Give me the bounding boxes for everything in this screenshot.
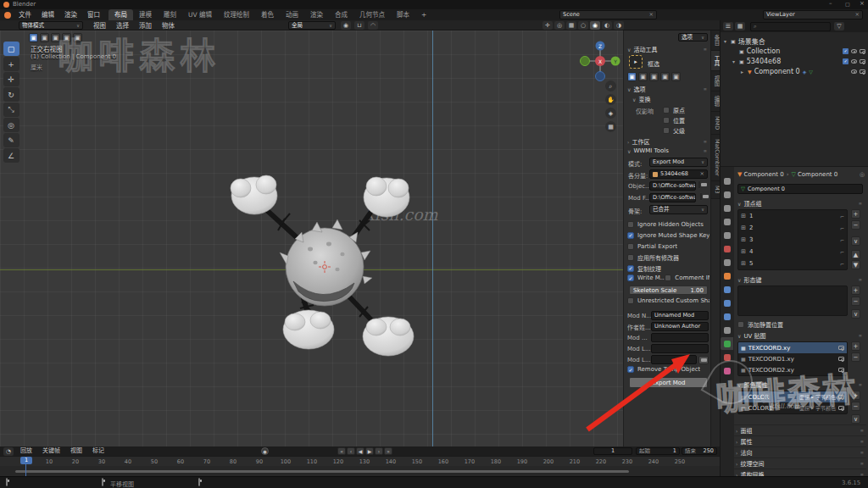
sk-specials-button[interactable]: ∨ [851, 309, 860, 319]
section-workspace[interactable]: ›工作区≡ [626, 137, 709, 146]
color-remove-button[interactable]: − [851, 402, 860, 411]
workspace-tab[interactable]: 纹理绘制 [218, 9, 255, 20]
color-specials-button[interactable]: ∨ [851, 414, 860, 424]
select-mode-invert[interactable]: ▣ [660, 72, 670, 81]
lock-icon[interactable]: ⌐ [840, 249, 844, 255]
playback-2[interactable]: ◀ [356, 447, 364, 455]
workspace-tab[interactable]: 脚本 [391, 9, 415, 20]
pan-button[interactable]: ✋ [605, 94, 616, 105]
viewport-menu-添加[interactable]: 添加 [134, 20, 157, 31]
timeline-ruler[interactable]: 1020304050607080901001101201301401501601… [0, 456, 720, 466]
playback-3[interactable]: ▶ [365, 447, 374, 455]
tool-tab[interactable] [721, 175, 733, 187]
object-tab[interactable] [721, 269, 733, 282]
frame-start-field[interactable]: 起始1 [636, 447, 680, 455]
select-mode-set[interactable]: ▣ [627, 72, 637, 81]
shading-wireframe-icon[interactable]: ○ [578, 21, 588, 30]
snap-magnet-icon[interactable]: ⊔ [354, 21, 364, 30]
render-camera-icon[interactable] [860, 59, 865, 64]
close-button[interactable]: × [860, 0, 865, 7]
minimize-button[interactable]: – [829, 0, 832, 7]
section-vertex-groups[interactable]: ∨顶点组≡ [736, 199, 865, 208]
vg-move-up-button[interactable]: ▲ [851, 250, 860, 259]
shading-solid-icon[interactable]: ◉ [590, 21, 600, 30]
collapsed-section-面组[interactable]: ›面组≡ [734, 424, 866, 435]
wwmi-mode-dropdown[interactable]: Export Mod∨ [649, 158, 708, 167]
constraints-tab[interactable] [721, 324, 733, 336]
playback-4[interactable]: › [375, 447, 383, 455]
affect-父级-checkbox[interactable] [663, 127, 670, 134]
active-render-icon[interactable] [838, 357, 844, 361]
expander-icon[interactable]: ▸ [741, 69, 748, 75]
outliner-row[interactable]: ▾▣场景集合 [721, 36, 868, 46]
xray-toggle-icon[interactable]: ▦ [566, 21, 576, 30]
section-shape-keys[interactable]: ∨形态键≡ [736, 275, 865, 284]
active-render-icon[interactable] [838, 346, 844, 350]
expander-icon[interactable]: ▾ [724, 38, 731, 44]
particles-tab[interactable] [721, 297, 733, 309]
skeleton-scale-slider[interactable]: Skeleton Scale1.00 [629, 286, 708, 295]
current-frame-marker[interactable]: 1 [20, 457, 32, 464]
active-tool-icon[interactable]: ▸ [629, 55, 643, 69]
vertex-group-row[interactable]: ⊞2⌐ [738, 222, 847, 234]
uv-maps-list[interactable]: ▦TEXCOORD.xy▦TEXCOORD1.xy▦TEXCOORD2.xy [737, 341, 848, 376]
collapsed-section-属性[interactable]: ›属性≡ [734, 435, 866, 446]
outliner-row[interactable]: ▣Collection✓ [721, 46, 868, 56]
vertex-group-row[interactable]: ⊞5⌐ [738, 258, 847, 269]
vertex-group-row[interactable]: ⊞4⌐ [738, 246, 847, 258]
workspace-tab[interactable]: 合成 [329, 9, 353, 20]
select-mode-subtract[interactable]: ▣ [649, 72, 659, 81]
blender-menu-icon[interactable] [4, 12, 11, 19]
outliner-row[interactable]: ▸▼Component 0◈▽ [721, 66, 868, 76]
sk-remove-button[interactable]: − [851, 297, 860, 306]
vertex-group-row[interactable]: ⊞3⌐ [738, 234, 847, 246]
zoom-button[interactable]: ⌕ [605, 80, 616, 92]
funnel-icon[interactable]: ▽ [834, 22, 844, 30]
viewport-menu-选择[interactable]: 选择 [111, 20, 134, 31]
select-mode-extend[interactable]: ▣ [638, 72, 648, 81]
auto-keying-button[interactable]: ● [261, 447, 269, 455]
workspace-tab[interactable]: 动画 [280, 9, 304, 20]
sk-add-button[interactable]: + [851, 286, 860, 295]
lock-icon[interactable]: ⌐ [840, 261, 844, 267]
menu-渲染[interactable]: 渲染 [59, 9, 82, 20]
uv-map-row[interactable]: ▦TEXCOORD2.xy [738, 364, 847, 375]
viewlayer-tab[interactable] [721, 215, 733, 228]
folder-icon[interactable] [698, 180, 700, 189]
vg-move-down-button[interactable]: ▼ [851, 260, 860, 269]
wwmi-object-path[interactable]: D:\Office-software... [649, 181, 696, 191]
shape-keys-list[interactable] [737, 286, 848, 316]
lock-icon[interactable]: ⌐ [840, 225, 844, 231]
menu-编辑[interactable]: 编辑 [36, 9, 59, 20]
folder-icon[interactable] [698, 356, 709, 364]
render-camera-icon[interactable] [860, 49, 865, 53]
data-name-field[interactable]: ▽ Component 0 [737, 184, 863, 194]
world-tab[interactable] [721, 242, 733, 255]
workspace-tab[interactable]: UV 编辑 [182, 9, 218, 20]
outliner-display-mode-icon[interactable]: ☰ [723, 22, 733, 30]
lock-icon[interactable]: ⌐ [840, 237, 844, 243]
outliner-search-input[interactable]: ⌕ [750, 22, 831, 31]
active-render-icon[interactable] [838, 368, 844, 372]
workspace-tab[interactable]: 几何节点 [353, 9, 391, 20]
pivot-point-icon[interactable]: ◉ [341, 21, 351, 30]
hide-eye-icon[interactable] [851, 49, 857, 53]
hide-eye-icon[interactable] [851, 69, 857, 74]
workspace-tab[interactable]: 雕刻 [158, 9, 182, 20]
clear-icon[interactable]: × [700, 170, 704, 178]
gizmo-toggle-icon[interactable]: ✛ [542, 21, 553, 30]
render-camera-icon[interactable] [860, 69, 865, 74]
vertex-group-row[interactable]: ⊞1⌐ [738, 210, 847, 222]
vertex-groups-list[interactable]: ⊞1⌐⊞2⌐⊞3⌐⊞4⌐⊞5⌐ [737, 209, 848, 270]
wwmi-modf-path[interactable]: D:\Office-software... [649, 193, 696, 202]
outliner-row[interactable]: ▾▣53404e68✓ [721, 56, 868, 66]
remove-temp-checkbox[interactable]: ✓ [627, 366, 634, 373]
wwmi-checkbox[interactable] [627, 243, 634, 250]
workspace-tab[interactable]: + [415, 9, 432, 20]
scene-tab[interactable] [721, 229, 733, 241]
color-add-button[interactable]: + [851, 391, 860, 400]
current-frame-field[interactable]: 1 [593, 447, 632, 455]
active-render-icon[interactable] [838, 406, 844, 410]
folder-icon[interactable] [700, 192, 702, 201]
vg-add-button[interactable]: + [851, 209, 860, 219]
